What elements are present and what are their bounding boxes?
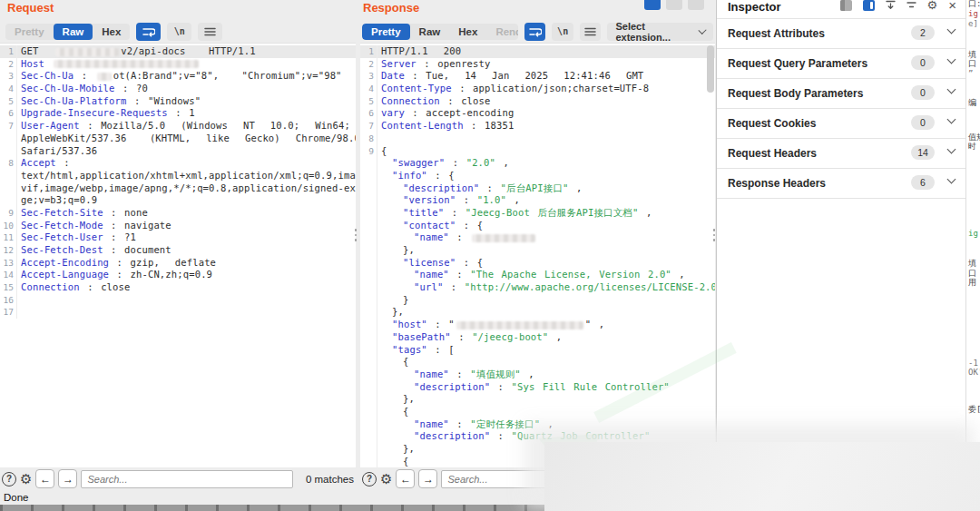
redacted-blur <box>54 60 199 68</box>
code-line: AppleWebKit/537.36 (KHTML, like Gecko) C… <box>0 133 356 145</box>
clipped-text-fragment: ig <box>968 9 978 18</box>
tab-hex[interactable]: Hex <box>449 24 486 40</box>
section-label: Request Query Parameters <box>728 57 867 70</box>
collapse-all-icon[interactable] <box>906 0 916 10</box>
code-line: 9Sec-Fetch-Site : none <box>0 207 356 220</box>
inspector-section-response-headers[interactable]: Response Headers6 <box>717 169 965 199</box>
show-newlines-icon[interactable]: \n <box>552 23 573 41</box>
code-line: 11Sec-Fetch-User : ?1 <box>0 231 356 244</box>
tab-hex[interactable]: Hex <box>93 24 130 40</box>
help-icon[interactable]: ? <box>2 472 16 486</box>
request-response-splitter[interactable] <box>354 229 358 241</box>
editor-menu-icon[interactable] <box>580 23 602 41</box>
dock-right-icon[interactable] <box>863 0 875 11</box>
clipped-text-fragment: 委[ <box>968 404 980 416</box>
section-label: Request Headers <box>728 147 817 160</box>
code-line: "version" : "1.0" , <box>360 194 715 207</box>
section-count-badge: 0 <box>911 115 935 130</box>
search-next-button[interactable]: → <box>58 469 77 488</box>
code-line: 3Sec-Ch-Ua : ot(A:Brand";v="8", "Chromiu… <box>0 70 356 83</box>
request-search-bar: ? ⚙ ← → 0 matches <box>2 467 354 490</box>
dock-left-icon[interactable] <box>840 0 852 11</box>
code-line: "name" : "The Apache License, Version 2.… <box>360 269 715 281</box>
code-line: "description" : "后台API接口" , <box>360 182 715 195</box>
code-line: 8 <box>360 133 715 145</box>
request-editor[interactable]: 1GET v2/api-docs HTTP/1.12Host 3Sec-Ch-U… <box>0 43 356 467</box>
search-prev-button[interactable]: ← <box>396 469 415 488</box>
word-wrap-icon[interactable] <box>136 23 161 41</box>
chevron-down-icon <box>947 145 956 154</box>
chevron-down-icon <box>947 115 956 124</box>
chevron-down-icon <box>698 25 706 34</box>
code-line: 2Server : openresty <box>360 58 715 71</box>
inspector-title: Inspector <box>728 0 781 14</box>
code-line: "info" : { <box>360 170 715 182</box>
section-label: Request Body Parameters <box>728 87 863 100</box>
search-prev-button[interactable]: ← <box>35 469 54 488</box>
code-line: "name" : "定时任务接口" , <box>360 418 715 431</box>
code-line: Safari/537.36 <box>0 145 356 158</box>
response-scrollbar-thumb[interactable] <box>707 45 714 93</box>
code-line: 17 <box>0 306 356 319</box>
code-line: 8Accept : <box>0 157 356 170</box>
code-line: 15Connection : close <box>0 281 356 294</box>
inspector-panel: Inspector ⚙ × Request Attributes2Request… <box>716 0 965 505</box>
section-count-badge: 2 <box>911 25 935 40</box>
inspector-section-request-body-parameters[interactable]: Request Body Parameters0 <box>717 79 965 109</box>
show-newlines-icon[interactable]: \n <box>167 23 191 41</box>
code-line: "tags" : [ <box>360 344 715 357</box>
section-label: Request Cookies <box>728 117 816 130</box>
layout-tabs-button[interactable] <box>688 0 704 10</box>
inspector-sections: Request Attributes2Request Query Paramet… <box>717 18 965 199</box>
code-line: 5Connection : close <box>360 95 715 108</box>
search-settings-icon[interactable]: ⚙ <box>380 473 392 485</box>
response-tabbar: PrettyRawHexRender \n Select extension..… <box>362 22 713 41</box>
editor-menu-icon[interactable] <box>198 23 222 41</box>
inspector-close-icon[interactable]: × <box>948 0 956 11</box>
tab-raw[interactable]: Raw <box>54 24 93 40</box>
clipped-text-fragment: 时 <box>968 141 976 152</box>
select-extension-dropdown[interactable]: Select extension... <box>607 23 713 41</box>
section-label: Request Attributes <box>728 27 825 40</box>
request-search-input[interactable] <box>81 470 292 488</box>
tab-pretty[interactable]: Pretty <box>362 24 410 40</box>
code-line: 7Content-Length : 18351 <box>360 120 715 133</box>
code-line: } <box>360 294 715 307</box>
search-next-button[interactable]: → <box>418 469 437 488</box>
code-line: "url" : "http://www.apache.org/licenses/… <box>360 281 715 294</box>
code-line: 1GET v2/api-docs HTTP/1.1 <box>0 45 356 58</box>
inspector-section-request-attributes[interactable]: Request Attributes2 <box>717 18 965 49</box>
help-icon[interactable]: ? <box>362 472 377 486</box>
search-settings-icon[interactable]: ⚙ <box>20 473 32 485</box>
word-wrap-icon[interactable] <box>524 23 546 41</box>
layout-vertical-button[interactable] <box>666 0 682 10</box>
chevron-down-icon <box>947 175 956 184</box>
background-window-sliver: 口:ige]填口”编值规时ig填口用-1OK'委[': <box>965 0 980 505</box>
inspector-section-request-cookies[interactable]: Request Cookies0 <box>717 109 965 139</box>
inspector-settings-icon[interactable]: ⚙ <box>927 0 938 11</box>
request-tabbar: PrettyRawHex \n <box>5 22 354 41</box>
clipped-text-fragment: OK' <box>968 368 980 377</box>
tab-raw[interactable]: Raw <box>410 24 450 40</box>
expand-all-icon[interactable] <box>886 0 896 10</box>
chevron-down-icon <box>947 25 956 34</box>
select-extension-label: Select extension... <box>615 21 690 43</box>
code-line: text/html,application/xhtml+xml,applicat… <box>0 170 356 182</box>
code-line: "host" : "" , <box>360 319 715 331</box>
clipped-text-fragment: ” <box>968 69 973 78</box>
code-line: 5Sec-Ch-Ua-Platform : "Windows" <box>0 95 356 108</box>
code-line: }, <box>360 244 715 257</box>
code-line: 4Content-Type : application/json;charset… <box>360 83 715 95</box>
code-line: "basePath" : "/jeecg-boot" , <box>360 331 715 344</box>
section-count-badge: 6 <box>911 175 935 190</box>
layout-horizontal-button[interactable] <box>644 0 661 10</box>
redacted-blur <box>97 73 112 81</box>
response-editor[interactable]: 1HTTP/1.1 2002Server : openresty3Date : … <box>360 43 715 467</box>
inspector-section-request-headers[interactable]: Request Headers14 <box>717 139 965 169</box>
clipped-text-fragment: ig <box>968 229 978 238</box>
inspector-section-request-query-parameters[interactable]: Request Query Parameters0 <box>717 49 965 79</box>
inspector-header: Inspector ⚙ × <box>717 0 965 17</box>
request-view-tabs: PrettyRawHex <box>5 24 130 40</box>
code-line: }, <box>360 393 715 406</box>
code-line: 16 <box>0 294 356 307</box>
